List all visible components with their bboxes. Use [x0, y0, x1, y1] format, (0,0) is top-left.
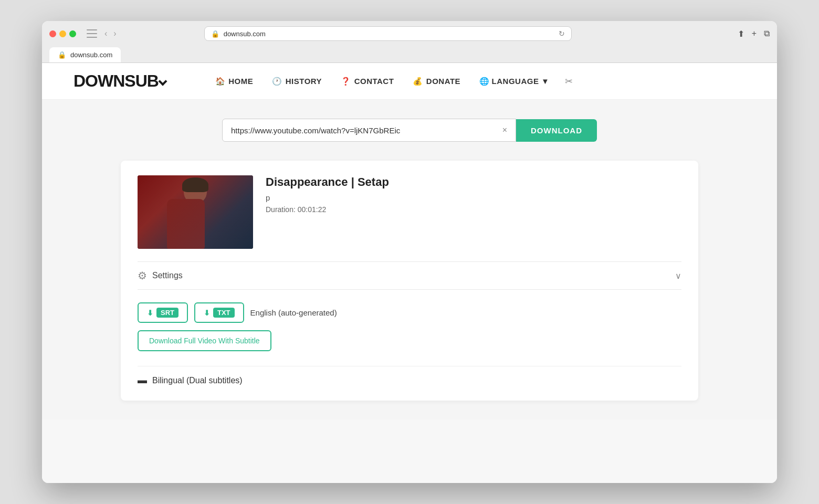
accessibility-icon[interactable]: ✂ — [565, 76, 573, 87]
site-nav: 🏠 HOME 🕐 HISTORY ❓ CONTACT 💰 DONATE 🌐 — [208, 72, 573, 90]
settings-left: ⚙ Settings — [138, 269, 183, 282]
video-duration: Duration: 00:01:22 — [266, 205, 681, 214]
browser-window: ‹ › 🔒 ↻ ⬆ + ⧉ 🔒 downsub.com — [42, 21, 777, 483]
video-channel: p — [266, 193, 681, 202]
language-icon: 🌐 — [479, 77, 490, 86]
address-input[interactable] — [224, 30, 554, 38]
sidebar-toggle-button[interactable] — [87, 29, 97, 38]
logo-arrow-icon — [158, 77, 167, 86]
tabs-button[interactable]: ⧉ — [764, 29, 770, 38]
browser-chrome: ‹ › 🔒 ↻ ⬆ + ⧉ 🔒 downsub.com — [42, 21, 777, 63]
bilingual-section: ▬ Bilingual (Dual subtitles) — [138, 366, 681, 386]
home-icon: 🏠 — [215, 77, 226, 86]
nav-donate[interactable]: 💰 DONATE — [405, 72, 468, 90]
minimize-window-button[interactable] — [59, 30, 66, 37]
lock-icon: 🔒 — [211, 30, 219, 38]
language-label: English (auto-generated) — [250, 308, 337, 317]
nav-history[interactable]: 🕐 HISTORY — [265, 72, 329, 90]
traffic-lights — [49, 30, 76, 37]
srt-download-button[interactable]: ⬇ SRT — [138, 302, 188, 323]
close-window-button[interactable] — [49, 30, 56, 37]
nav-language[interactable]: 🌐 LANGUAGE ▼ — [472, 72, 556, 90]
back-button[interactable]: ‹ — [102, 28, 109, 39]
download-icon: ⬇ — [147, 309, 153, 317]
browser-controls-bar: ‹ › 🔒 ↻ ⬆ + ⧉ — [49, 26, 770, 41]
thumb-hair — [182, 177, 208, 192]
site-logo: DOWNSUB — [74, 71, 166, 91]
fullscreen-window-button[interactable] — [69, 30, 76, 37]
url-input[interactable]: https://www.youtube.com/watch?v=ljKN7GbR… — [231, 126, 498, 135]
txt-download-button[interactable]: ⬇ TXT — [194, 302, 244, 323]
download-icon-txt: ⬇ — [204, 309, 210, 317]
srt-badge: SRT — [156, 308, 178, 318]
format-row-srt: ⬇ SRT ⬇ TXT English (auto-generated) — [138, 302, 681, 323]
full-video-subtitle-button[interactable]: Download Full Video With Subtitle — [138, 330, 271, 351]
search-row: https://www.youtube.com/watch?v=ljKN7GbR… — [74, 119, 746, 142]
txt-badge: TXT — [213, 308, 235, 318]
page-content: DOWNSUB 🏠 HOME 🕐 HISTORY ❓ CONTACT 💰 — [42, 63, 777, 483]
settings-row[interactable]: ⚙ Settings ∨ — [138, 261, 681, 290]
result-card: Disappearance | Setap p Duration: 00:01:… — [121, 161, 698, 401]
browser-actions: ⬆ + ⧉ — [738, 29, 770, 39]
contact-icon: ❓ — [341, 77, 351, 86]
donate-icon: 💰 — [413, 77, 423, 86]
download-button[interactable]: DOWNLOAD — [516, 119, 597, 142]
video-thumbnail — [138, 175, 253, 249]
nav-home[interactable]: 🏠 HOME — [208, 72, 261, 90]
gear-icon: ⚙ — [138, 269, 147, 282]
new-tab-button[interactable]: + — [752, 29, 757, 38]
clear-input-button[interactable]: × — [502, 125, 507, 135]
url-input-wrapper: https://www.youtube.com/watch?v=ljKN7GbR… — [222, 119, 516, 142]
reload-button[interactable]: ↻ — [559, 29, 565, 38]
forward-button[interactable]: › — [111, 28, 118, 39]
active-tab[interactable]: 🔒 downsub.com — [49, 47, 121, 62]
tab-title: downsub.com — [70, 51, 112, 59]
tab-favicon: 🔒 — [58, 51, 66, 59]
main-area: https://www.youtube.com/watch?v=ljKN7GbR… — [42, 100, 777, 419]
site-header: DOWNSUB 🏠 HOME 🕐 HISTORY ❓ CONTACT 💰 — [42, 63, 777, 100]
chevron-down-icon: ∨ — [675, 271, 681, 281]
nav-contact[interactable]: ❓ CONTACT — [333, 72, 401, 90]
address-bar[interactable]: 🔒 ↻ — [204, 26, 572, 41]
subtitle-icon: ▬ — [138, 375, 147, 386]
share-button[interactable]: ⬆ — [738, 29, 744, 39]
video-title: Disappearance | Setap — [266, 175, 681, 189]
settings-label: Settings — [152, 271, 183, 280]
nav-arrows: ‹ › — [102, 28, 119, 39]
history-icon: 🕐 — [272, 77, 282, 86]
video-meta: Disappearance | Setap p Duration: 00:01:… — [266, 175, 681, 214]
thumbnail-image — [138, 175, 253, 249]
download-options: ⬇ SRT ⬇ TXT English (auto-generated) Dow… — [138, 302, 681, 355]
bilingual-label: Bilingual (Dual subtitles) — [152, 376, 243, 385]
video-info-row: Disappearance | Setap p Duration: 00:01:… — [138, 175, 681, 249]
